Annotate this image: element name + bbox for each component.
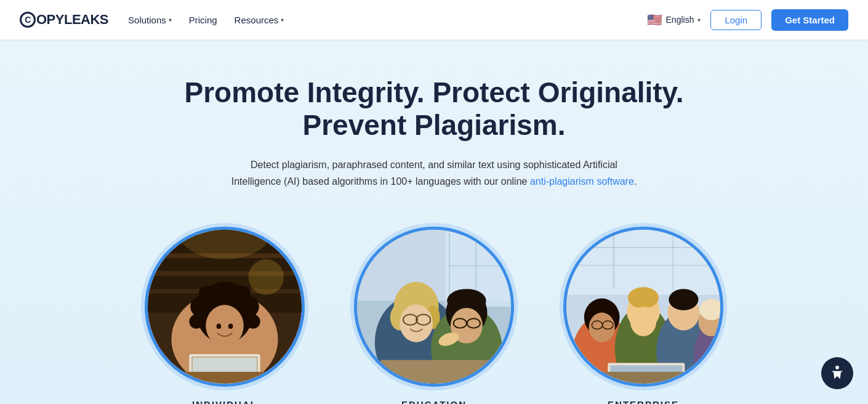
svg-rect-22	[166, 372, 284, 384]
navbar: C OPYLEAKS Solutions ▾ Pricing Resources…	[0, 0, 868, 39]
circles-row: INDIVIDUAL	[95, 227, 773, 404]
svg-point-18	[228, 324, 233, 329]
hero-title: Promote Integrity. Protect Originality. …	[157, 76, 711, 142]
svg-rect-49	[566, 230, 720, 295]
circle-image-individual	[145, 227, 305, 387]
circle-label-enterprise: ENTERPRISE	[608, 399, 679, 404]
login-button[interactable]: Login	[710, 10, 762, 30]
nav-link-solutions[interactable]: Solutions ▾	[128, 15, 172, 25]
svg-rect-29	[449, 265, 511, 267]
circle-card-enterprise[interactable]: ENTERPRISE	[563, 227, 723, 404]
svg-rect-27	[449, 233, 450, 304]
svg-point-14	[199, 286, 215, 302]
logo[interactable]: C OPYLEAKS	[20, 12, 108, 28]
svg-point-13	[246, 315, 260, 329]
language-chevron-icon: ▾	[697, 17, 701, 23]
svg-point-65	[630, 307, 656, 336]
flag-icon: 🇺🇸	[647, 12, 662, 27]
svg-point-12	[189, 315, 203, 329]
solutions-label: Solutions	[128, 15, 166, 25]
svg-point-7	[248, 259, 284, 295]
hero-subtitle-text-after: .	[634, 176, 637, 187]
resources-chevron-icon: ▾	[281, 17, 284, 23]
circle-image-enterprise	[563, 227, 723, 387]
svg-point-16	[206, 305, 244, 346]
nav-item-solutions[interactable]: Solutions ▾	[128, 15, 172, 25]
nav-item-pricing[interactable]: Pricing	[189, 15, 217, 25]
education-image-svg	[357, 230, 511, 384]
nav-link-pricing[interactable]: Pricing	[189, 15, 217, 25]
circle-card-education[interactable]: EDUCATION	[354, 227, 514, 404]
svg-point-64	[628, 287, 659, 309]
individual-image-svg	[148, 230, 302, 384]
navbar-right: 🇺🇸 English ▾ Login Get Started	[647, 9, 848, 31]
anti-plagiarism-link[interactable]: anti-plagiarism software	[530, 176, 634, 187]
logo-text: OPYLEAKS	[36, 12, 108, 28]
svg-rect-46	[380, 360, 511, 384]
language-label: English	[666, 15, 694, 25]
nav-link-resources[interactable]: Resources ▾	[235, 15, 284, 25]
solutions-chevron-icon: ▾	[169, 17, 172, 23]
hero-subtitle: Detect plagiarism, paraphrased content, …	[225, 156, 643, 190]
circle-image-education	[354, 227, 514, 387]
svg-point-17	[217, 324, 222, 329]
resources-label: Resources	[235, 15, 279, 25]
circle-label-individual: INDIVIDUAL	[192, 399, 257, 404]
language-selector[interactable]: 🇺🇸 English ▾	[647, 12, 701, 27]
nav-links: Solutions ▾ Pricing Resources ▾	[128, 15, 284, 25]
circle-label-education: EDUCATION	[401, 399, 467, 404]
pricing-label: Pricing	[189, 15, 217, 25]
circle-card-individual[interactable]: INDIVIDUAL	[145, 227, 305, 404]
hero-section: Promote Integrity. Protect Originality. …	[0, 39, 868, 404]
enterprise-image-svg	[566, 230, 720, 384]
navbar-left: C OPYLEAKS Solutions ▾ Pricing Resources…	[20, 12, 284, 28]
accessibility-icon	[829, 365, 846, 382]
accessibility-button[interactable]	[821, 357, 853, 389]
svg-rect-74	[578, 372, 720, 384]
svg-point-15	[234, 286, 251, 302]
anti-plagiarism-link-text: anti-plagiarism software	[530, 176, 634, 187]
svg-point-68	[669, 289, 698, 310]
logo-circle: C	[20, 12, 36, 28]
get-started-button[interactable]: Get Started	[771, 9, 848, 31]
nav-item-resources[interactable]: Resources ▾	[235, 15, 284, 25]
svg-point-75	[835, 366, 839, 370]
